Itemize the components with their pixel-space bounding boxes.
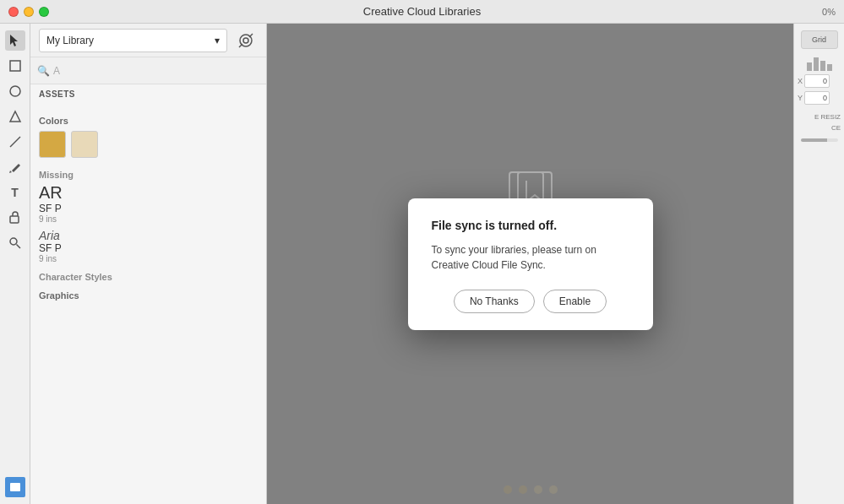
- rectangle-tool[interactable]: [5, 56, 25, 76]
- svg-rect-8: [10, 483, 20, 491]
- graphics-section-title: Graphics: [39, 290, 258, 301]
- traffic-lights: [8, 7, 49, 17]
- line-tool[interactable]: [5, 132, 25, 152]
- dialog-body: To sync your libraries, please turn on C…: [432, 242, 629, 273]
- zoom-percent: 0%: [822, 7, 836, 17]
- font-meta-2: 9 ins: [39, 254, 258, 263]
- library-dropdown-label: My Library: [46, 35, 94, 46]
- font-name-1: SF P: [39, 203, 258, 214]
- property-panel: Grid X 0 Y 0 E RESIZ CE: [793, 24, 844, 504]
- svg-point-10: [243, 38, 248, 43]
- search-tool[interactable]: [5, 233, 25, 253]
- font-name-2: SF P: [39, 242, 258, 254]
- svg-rect-1: [10, 61, 20, 71]
- grid-button[interactable]: Grid: [801, 30, 838, 49]
- text-tool[interactable]: T: [5, 182, 25, 203]
- svg-marker-3: [10, 111, 20, 122]
- search-placeholder: A: [53, 65, 60, 77]
- enable-button[interactable]: Enable: [543, 290, 607, 313]
- x-label: X: [798, 77, 803, 85]
- panel-content: Colors Missing AR SF P 9 ins Aria SF P 9…: [30, 99, 266, 504]
- font-preview-aria: Aria: [39, 229, 258, 242]
- modal-overlay: You do not have any elements in this lib…: [267, 24, 793, 504]
- svg-line-7: [16, 245, 20, 249]
- font-item-2: Aria SF P 9 ins: [39, 229, 258, 263]
- svg-marker-0: [10, 35, 18, 46]
- color-swatch-2[interactable]: [71, 131, 98, 158]
- title-bar: Creative Cloud Libraries 0%: [0, 0, 844, 24]
- no-thanks-button[interactable]: No Thanks: [454, 290, 535, 313]
- font-item-1: AR SF P 9 ins: [39, 183, 258, 224]
- maximize-button[interactable]: [39, 7, 49, 17]
- color-swatches: [39, 131, 258, 161]
- ellipse-tool[interactable]: [5, 81, 25, 101]
- resize-label: E RESIZ: [798, 113, 841, 121]
- select-tool[interactable]: [5, 30, 25, 51]
- sync-icon[interactable]: [234, 29, 258, 52]
- svg-rect-5: [10, 216, 19, 223]
- ce-label: CE: [798, 124, 841, 132]
- left-toolbar: T: [0, 24, 30, 504]
- svg-line-4: [10, 137, 20, 147]
- svg-point-2: [10, 86, 20, 96]
- minimize-button[interactable]: [24, 7, 34, 17]
- pen-tool[interactable]: [5, 157, 25, 177]
- chevron-down-icon: ▾: [215, 35, 220, 46]
- shape-tool[interactable]: [5, 208, 25, 228]
- y-label: Y: [798, 94, 803, 102]
- assets-label: ASSETS: [30, 84, 266, 99]
- library-dropdown[interactable]: My Library ▾: [39, 29, 227, 52]
- panel-header: My Library ▾: [30, 24, 266, 57]
- panel-search: 🔍 A: [30, 57, 266, 84]
- missing-section-title: Missing: [39, 170, 258, 180]
- character-styles-title: Character Styles: [39, 272, 258, 282]
- search-icon: 🔍: [37, 65, 50, 77]
- window-title: Creative Cloud Libraries: [363, 5, 481, 18]
- chart-icon: [801, 52, 838, 71]
- x-coord-row: X 0: [798, 74, 841, 88]
- main-area: T My Library ▾: [0, 24, 844, 504]
- y-coord-row: Y 0: [798, 91, 841, 105]
- file-sync-dialog: File sync is turned off. To sync your li…: [408, 198, 653, 330]
- color-swatch-1[interactable]: [39, 131, 66, 158]
- svg-point-6: [10, 238, 17, 245]
- x-value[interactable]: 0: [804, 74, 830, 88]
- y-value[interactable]: 0: [804, 91, 830, 105]
- close-button[interactable]: [8, 7, 19, 17]
- dialog-buttons: No Thanks Enable: [432, 290, 629, 313]
- cc-icon[interactable]: [5, 477, 25, 497]
- opacity-slider[interactable]: [801, 138, 838, 142]
- canvas-area: You do not have any elements in this lib…: [267, 24, 793, 504]
- triangle-tool[interactable]: [5, 106, 25, 127]
- colors-section-title: Colors: [39, 116, 258, 126]
- library-panel: My Library ▾ 🔍 A ASSETS Colors: [30, 24, 267, 504]
- dialog-title: File sync is turned off.: [432, 219, 629, 232]
- font-preview-ar: AR: [39, 183, 258, 203]
- font-meta-1: 9 ins: [39, 214, 258, 224]
